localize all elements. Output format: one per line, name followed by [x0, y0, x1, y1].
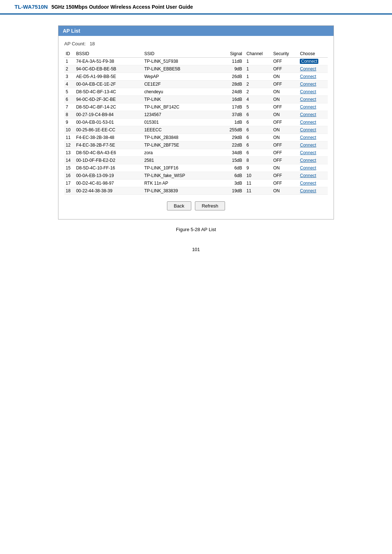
ap-count-label: AP Count: — [64, 41, 86, 46]
table-row: 5D8-5D-4C-BF-13-4Cchendeyu24dB2ONConnect — [64, 88, 328, 96]
table-row: 174-EA-3A-51-F9-38TP-LINK_51F93811dB1OFF… — [64, 58, 328, 65]
page-title: 5GHz 150Mbps Outdoor Wireless Access Poi… — [52, 4, 193, 10]
connect-link[interactable]: Connect — [300, 112, 316, 117]
col-header-channel: Channel — [245, 50, 272, 58]
table-row: 694-0C-6D-2F-3C-BETP-LINK16dB4ONConnect — [64, 96, 328, 103]
ap-table: ID BSSID SSID Signal Channel Security Ch… — [64, 50, 328, 195]
table-header-row: ID BSSID SSID Signal Channel Security Ch… — [64, 50, 328, 58]
connect-link[interactable]: Connect — [300, 165, 316, 171]
connect-link[interactable]: Connect — [300, 82, 316, 87]
col-header-choose: Choose — [298, 50, 328, 58]
connect-link[interactable]: Connect — [300, 59, 318, 64]
connect-link[interactable]: Connect — [300, 150, 316, 155]
section-title: AP List — [58, 26, 334, 36]
table-row: 3AE-D5-A1-99-BB-5EWepAP26dB1ONConnect — [64, 73, 328, 81]
col-header-ssid: SSID — [143, 50, 216, 58]
connect-link[interactable]: Connect — [300, 127, 316, 132]
table-row: 1800-22-44-38-38-39TP-LINK_38383919dB11O… — [64, 187, 328, 195]
connect-link[interactable]: Connect — [300, 173, 316, 178]
col-header-id: ID — [64, 50, 75, 58]
figure-caption: Figure 5-28 AP List — [176, 227, 216, 232]
connect-link[interactable]: Connect — [300, 135, 316, 140]
table-row: 15D8-5D-4C-10-FF-16TP-LINK_10FF166dB9ONC… — [64, 164, 328, 172]
back-button[interactable]: Back — [167, 201, 191, 210]
ap-list-container: AP List AP Count: 18 ID BSSID SSID Signa… — [58, 25, 334, 219]
connect-link[interactable]: Connect — [300, 104, 316, 110]
connect-link[interactable]: Connect — [300, 89, 316, 94]
table-row: 12F4-EC-38-2B-F7-5ETP-LINK_2BF75E22dB6OF… — [64, 141, 328, 149]
connect-link[interactable]: Connect — [300, 143, 316, 148]
table-row: 900-0A-EB-01-53-010153011dB6OFFConnect — [64, 119, 328, 126]
ap-list-inner: AP Count: 18 ID BSSID SSID Signal Channe… — [58, 36, 334, 219]
device-model: TL-WA7510N — [15, 4, 48, 10]
table-row: 800-27-19-C4-B9-84123456737dB6ONConnect — [64, 111, 328, 119]
connect-link[interactable]: Connect — [300, 188, 316, 193]
page-number: 101 — [192, 247, 200, 252]
table-row: 294-0C-6D-EB-BE-5BTP-LINK_EBBE5B9dB1OFFC… — [64, 65, 328, 73]
button-row: Back Refresh — [64, 201, 328, 210]
connect-link[interactable]: Connect — [300, 74, 316, 79]
connect-link[interactable]: Connect — [300, 66, 316, 71]
table-row: 1700-D2-4C-81-98-97RTK 11n AP3dB11OFFCon… — [64, 180, 328, 187]
col-header-bssid: BSSID — [75, 50, 143, 58]
table-row: 400-0A-EB-CE-1E-2FCE1E2F28dB2OFFConnect — [64, 81, 328, 88]
ap-count-value: 18 — [90, 41, 95, 46]
refresh-button[interactable]: Refresh — [195, 201, 225, 210]
ap-count: AP Count: 18 — [64, 41, 328, 46]
connect-link[interactable]: Connect — [300, 181, 316, 186]
page-header: TL-WA7510N 5GHz 150Mbps Outdoor Wireless… — [0, 0, 392, 15]
table-row: 11F4-EC-38-2B-38-48TP-LINK_2B384829dB6ON… — [64, 134, 328, 141]
table-row: 1400-1D-0F-FB-E2-D2258115dB8OFFConnect — [64, 157, 328, 164]
table-row: 1600-0A-EB-13-09-19TP-LINK_fake_WISP6dB1… — [64, 172, 328, 180]
col-header-signal: Signal — [216, 50, 245, 58]
col-header-security: Security — [272, 50, 299, 58]
connect-link[interactable]: Connect — [300, 158, 316, 163]
table-row: 1000-25-86-1E-EE-CC1EEECC255dB6ONConnect — [64, 126, 328, 134]
table-row: 13D8-5D-4C-BA-43-E6zora34dB6OFFConnect — [64, 149, 328, 157]
table-row: 7D8-5D-4C-BF-14-2CTP-LINK_BF142C17dB5OFF… — [64, 103, 328, 111]
connect-link[interactable]: Connect — [300, 120, 316, 125]
connect-link[interactable]: Connect — [300, 97, 316, 102]
